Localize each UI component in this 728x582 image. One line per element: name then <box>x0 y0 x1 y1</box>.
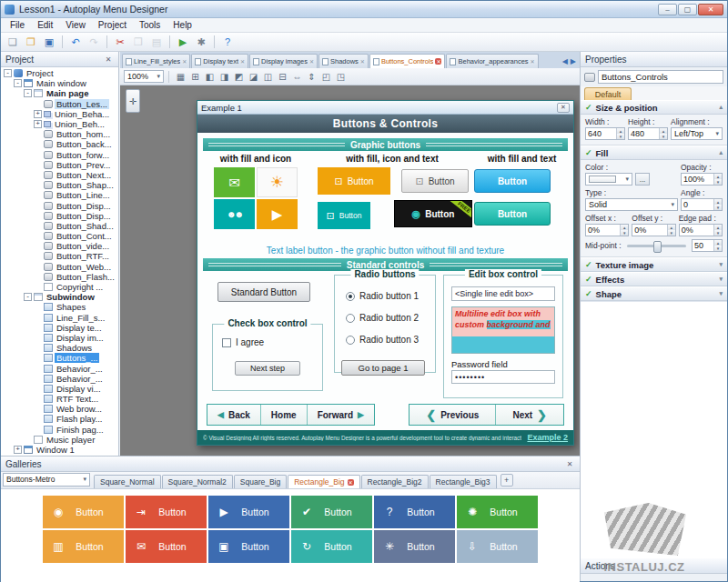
single-line-edit[interactable]: <Single line edit box> <box>451 286 555 301</box>
tree-item-line-fill-s[interactable]: Line_Fill_s... <box>1 313 118 323</box>
forward-button[interactable]: Forward▶ <box>308 405 374 425</box>
tree-item-display-vi[interactable]: Display vi... <box>1 384 118 394</box>
radio-option-1[interactable]: Radio button 1 <box>346 291 435 301</box>
close-panel-icon[interactable]: ✕ <box>103 55 114 64</box>
collapse-icon[interactable]: ▴ <box>719 149 723 156</box>
gallery-button-play[interactable]: ▶Button <box>208 496 289 528</box>
tree-item-button-flash[interactable]: Button_Flash... <box>1 272 118 282</box>
example2-link[interactable]: Example 2 <box>527 433 568 442</box>
menu-view[interactable]: View <box>59 19 92 31</box>
tree-item-behavior[interactable]: Behavior_... <box>1 363 118 373</box>
bring-to-front-icon[interactable]: ◰ <box>319 70 333 84</box>
align-right-icon[interactable]: ◨ <box>217 70 231 84</box>
play-tile-button[interactable]: ▶ <box>257 199 298 229</box>
example-close-icon[interactable]: ✕ <box>557 103 570 113</box>
gallery-button-download[interactable]: ⇩Button <box>457 530 538 563</box>
password-field[interactable]: •••••••• <box>451 370 555 384</box>
menu-help[interactable]: Help <box>167 19 198 31</box>
back-button[interactable]: ◀Back <box>207 405 261 425</box>
angle-field[interactable]: 0▴▾ <box>681 198 723 211</box>
gallery-button-mail[interactable]: ✉Button <box>126 530 207 563</box>
blue-text-button[interactable]: Button <box>474 169 551 193</box>
edge-pad-field[interactable]: 0%▴▾ <box>679 224 723 236</box>
spinner-icon[interactable]: ▴▾ <box>667 225 675 236</box>
actions-panel-header[interactable]: Actions <box>581 558 727 574</box>
open-folder-icon[interactable]: ❐ <box>23 35 39 50</box>
color-more-button[interactable]: ... <box>635 173 650 186</box>
new-document-icon[interactable]: ❏ <box>5 35 21 50</box>
tree-item-display-te[interactable]: Display te... <box>1 323 118 333</box>
copy-icon[interactable]: ❒ <box>130 35 147 50</box>
tree-item-web-brow[interactable]: Web brow... <box>1 404 118 414</box>
align-center-h-icon[interactable]: ◫ <box>261 70 275 84</box>
tab-buttons-controls[interactable]: Buttons_Controls✕ <box>369 54 446 68</box>
tree-item-subwindow[interactable]: -Subwindow <box>1 292 118 302</box>
move-tool[interactable]: ✛ <box>126 89 140 113</box>
gallery-button-check[interactable]: ✔Button <box>291 496 372 528</box>
radio-icon[interactable] <box>346 336 355 345</box>
home-button[interactable]: Home <box>261 405 308 425</box>
tree-item-button-next[interactable]: Button_Next... <box>1 170 118 180</box>
radio-icon[interactable] <box>346 314 355 323</box>
offset-x-field[interactable]: 0%▴▾ <box>585 224 629 236</box>
gallery-tab-square-normal[interactable]: Square_Normal <box>94 475 161 488</box>
tab-default[interactable]: Default <box>584 87 632 100</box>
minimize-button[interactable]: – <box>658 4 677 15</box>
fill-color-select[interactable]: ▾ <box>585 173 632 186</box>
add-gallery-tab-button[interactable]: + <box>500 474 513 487</box>
gallery-button-refresh[interactable]: ↻Button <box>291 530 372 563</box>
tab-close-icon[interactable]: ✕ <box>435 58 441 65</box>
paste-icon[interactable]: ▤ <box>148 35 165 50</box>
tree-item-button-shap[interactable]: Button_Shap... <box>1 180 118 190</box>
envelope-tile-button[interactable]: ✉ <box>214 167 255 197</box>
tree-item-behavior[interactable]: Behavior_... <box>1 374 118 384</box>
next-button[interactable]: Next❯ <box>496 405 563 425</box>
gallery-tab-square-normal2[interactable]: Square_Normal2 <box>162 475 233 488</box>
expand-icon[interactable]: ▾ <box>719 290 723 297</box>
tree-item-rtf-text[interactable]: RTF Text... <box>1 394 118 404</box>
section-shape[interactable]: ✓ Shape ▾ <box>581 286 727 301</box>
tab-close-icon[interactable]: ✕ <box>240 58 245 65</box>
midpoint-field[interactable]: 50▴▾ <box>692 239 723 252</box>
gray-icon-text-button[interactable]: ⊡ Button <box>401 169 469 193</box>
tree-item-display-im[interactable]: Display im... <box>1 333 118 343</box>
tree-item-button-disp[interactable]: Button_Disp... <box>1 200 118 210</box>
tab-behavior-appearances[interactable]: Behavior_appearances✕ <box>446 54 538 68</box>
height-field[interactable]: 480▴▾ <box>628 127 668 140</box>
alignment-select[interactable]: Left/Top▾ <box>671 127 723 140</box>
gallery-button-bulb[interactable]: ✺Button <box>457 496 538 528</box>
tree-item-button-les[interactable]: Button_Les... <box>1 99 118 109</box>
spinner-icon[interactable]: ▴▾ <box>713 174 722 185</box>
maximize-button[interactable]: ▢ <box>678 4 697 15</box>
settings-icon[interactable]: ✱ <box>193 35 209 50</box>
tree-item-union-beh[interactable]: +Union_Beh... <box>1 119 118 129</box>
tree-expander-icon[interactable]: + <box>34 120 42 128</box>
scroll-right-icon[interactable]: ▶ <box>571 57 576 65</box>
tab-close-icon[interactable]: ✕ <box>182 58 187 65</box>
tab-shadows[interactable]: Shadows✕ <box>318 54 369 68</box>
scroll-left-icon[interactable]: ◀ <box>562 57 568 65</box>
tree-expander-icon[interactable]: - <box>24 89 32 97</box>
snap-to-grid-icon[interactable]: ⊞ <box>188 70 202 84</box>
teal-text-button[interactable]: Button <box>474 202 551 226</box>
tab-line-fill-styles[interactable]: Line_Fill_styles✕ <box>122 54 190 68</box>
previous-button[interactable]: ❮Previous <box>410 405 496 425</box>
example-window[interactable]: Example 1 ✕ Buttons & Controls Graphic b… <box>197 100 574 446</box>
tree-item-main-window[interactable]: -Main window <box>1 78 118 88</box>
grid-icon[interactable]: ▦ <box>174 70 187 84</box>
section-fill[interactable]: ✓ Fill ▴ <box>581 146 727 160</box>
undo-icon[interactable]: ↶ <box>67 35 84 50</box>
sun-tile-button[interactable]: ☀ <box>257 167 298 197</box>
same-width-icon[interactable]: ⇔ <box>290 70 304 84</box>
send-to-back-icon[interactable]: ◳ <box>334 70 348 84</box>
midpoint-slider[interactable] <box>627 245 686 247</box>
next-step-button[interactable]: Next step <box>235 361 300 376</box>
orange-icon-text-button[interactable]: ⊡ Button <box>318 167 390 195</box>
align-center-v-icon[interactable]: ⊟ <box>276 70 289 84</box>
offset-y-field[interactable]: 0%▴▾ <box>632 224 675 236</box>
tree-item-button-rtf[interactable]: Button_RTF... <box>1 251 118 261</box>
spinner-icon[interactable]: ▴▾ <box>713 240 722 251</box>
align-left-icon[interactable]: ◧ <box>203 70 217 84</box>
gallery-tab-rectangle-big2[interactable]: Rectangle_Big2 <box>361 475 429 488</box>
tree-item-copyright[interactable]: Copyright ... <box>1 282 118 292</box>
